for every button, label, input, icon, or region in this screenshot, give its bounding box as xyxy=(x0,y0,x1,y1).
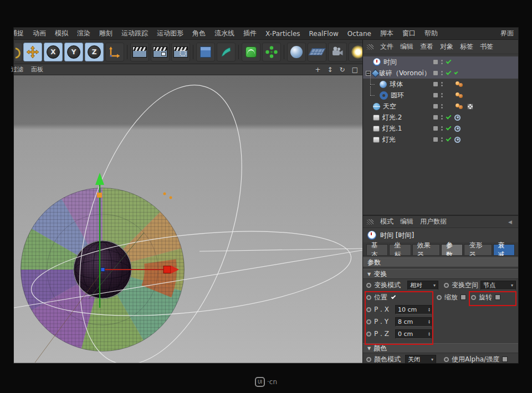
menu-item-motion-tracker[interactable]: 运动跟踪 xyxy=(121,29,148,38)
enabled-check-icon[interactable] xyxy=(446,70,452,75)
visibility-dots[interactable] xyxy=(441,115,443,120)
visibility-dots[interactable] xyxy=(441,60,443,64)
menu-item-window[interactable]: 窗口 xyxy=(402,29,416,38)
object-row-torus[interactable]: 圆环 xyxy=(363,90,518,101)
pz-input[interactable]: 0 cm ▴▾ xyxy=(395,329,432,339)
object-row-voronoi[interactable]: − 破碎（Voronoi） xyxy=(363,68,518,79)
tab-parameter[interactable]: 参数 xyxy=(441,244,463,255)
move-tool-button[interactable] xyxy=(23,43,42,61)
keyframe-circle[interactable] xyxy=(437,295,442,300)
menu-item-pipeline[interactable]: 流水线 xyxy=(214,29,234,38)
position-checked-icon[interactable] xyxy=(391,294,396,299)
cloner-button[interactable] xyxy=(262,43,281,61)
floor-button[interactable] xyxy=(308,43,326,61)
object-row-light[interactable]: 灯光 xyxy=(363,134,518,145)
subdivision-surface-button[interactable] xyxy=(242,43,260,61)
panel-grip-icon[interactable] xyxy=(367,219,374,225)
enabled-check-icon[interactable] xyxy=(454,70,458,74)
layer-color-box[interactable] xyxy=(433,137,438,142)
visibility-dots[interactable] xyxy=(441,104,443,108)
menu-item-mograph[interactable]: 运动图形 xyxy=(157,29,183,38)
layer-color-box[interactable] xyxy=(433,104,438,108)
light-button[interactable] xyxy=(349,43,362,61)
target-tag-icon[interactable] xyxy=(454,137,461,143)
transform-mode-dropdown[interactable]: 相对 ▾ xyxy=(407,281,438,290)
menu-item-sculpt[interactable]: 雕刻 xyxy=(99,29,112,38)
keyframe-circle[interactable] xyxy=(444,283,449,288)
menu-item-script[interactable]: 脚本 xyxy=(380,29,393,38)
object-row-time[interactable]: 时间 xyxy=(363,56,518,68)
enabled-check-icon[interactable] xyxy=(446,59,452,64)
menu-item-animation[interactable]: 动画 xyxy=(33,29,46,38)
object-row-light1[interactable]: 灯光.1 xyxy=(363,123,518,134)
section-color[interactable]: ▼ 颜色 xyxy=(363,343,518,353)
am-menu-userdata[interactable]: 用户数据 xyxy=(420,217,447,226)
camera-button[interactable] xyxy=(328,43,347,61)
tab-effector[interactable]: 效果器 xyxy=(412,244,440,255)
menu-item-plugins[interactable]: 插件 xyxy=(243,29,257,38)
keyframe-circle[interactable] xyxy=(366,332,371,337)
material-tag-icon[interactable] xyxy=(456,104,464,110)
keyframe-circle[interactable] xyxy=(471,295,476,300)
spinner-down-icon[interactable]: ▾ xyxy=(428,309,430,312)
om-menu-tags[interactable]: 标签 xyxy=(460,42,473,51)
transform-space-dropdown[interactable]: 节点 ▾ xyxy=(480,281,516,290)
undo-icon[interactable] xyxy=(15,43,22,61)
visibility-dots[interactable] xyxy=(441,71,443,75)
enabled-check-icon[interactable] xyxy=(446,136,452,142)
material-tag-icon[interactable] xyxy=(456,81,464,87)
z-axis-lock-button[interactable]: Z xyxy=(85,43,104,61)
material-tag-icon[interactable] xyxy=(456,92,464,99)
keyframe-circle[interactable] xyxy=(366,295,371,300)
om-menu-file[interactable]: 文件 xyxy=(380,42,393,51)
tab-deformer[interactable]: 变形器 xyxy=(464,244,492,255)
menu-item-xparticles[interactable]: X-Particles xyxy=(265,30,300,38)
viewport-menu-filter[interactable]: 过滤 xyxy=(11,65,23,74)
pen-spline-button[interactable] xyxy=(217,43,236,61)
spinner-down-icon[interactable]: ▾ xyxy=(428,334,430,337)
render-settings-button[interactable] xyxy=(171,43,190,61)
visibility-dots[interactable] xyxy=(441,82,443,86)
layer-color-box[interactable] xyxy=(433,71,438,75)
sky-texture-tag-icon[interactable] xyxy=(467,104,473,110)
axis-scale-handle[interactable] xyxy=(97,193,102,198)
layer-color-box[interactable] xyxy=(433,60,438,64)
visibility-dots[interactable] xyxy=(441,93,443,97)
metaball-button[interactable] xyxy=(287,43,306,61)
layer-color-box[interactable] xyxy=(433,82,438,86)
keyframe-circle[interactable] xyxy=(366,283,371,288)
enabled-check-icon[interactable] xyxy=(446,125,452,131)
menu-item-help[interactable]: 帮助 xyxy=(424,29,438,38)
om-menu-bookmarks[interactable]: 书签 xyxy=(480,42,493,51)
target-tag-icon[interactable] xyxy=(454,115,461,121)
menu-item-octane[interactable]: Octane xyxy=(347,30,371,38)
om-menu-edit[interactable]: 编辑 xyxy=(400,42,413,51)
enabled-check-icon[interactable] xyxy=(446,114,452,120)
layer-color-box[interactable] xyxy=(433,93,438,97)
tab-falloff[interactable]: 衰减 xyxy=(493,244,515,255)
tab-coordinates[interactable]: 坐标 xyxy=(389,244,411,255)
layer-color-box[interactable] xyxy=(433,115,438,120)
object-row-sphere[interactable]: 球体 xyxy=(363,79,518,90)
target-tag-icon[interactable] xyxy=(454,126,461,132)
object-row-light2[interactable]: 灯光.2 xyxy=(363,112,518,123)
viewport-scene[interactable] xyxy=(14,75,362,363)
alpha-checkbox[interactable] xyxy=(502,356,508,362)
viewport-pan-icon[interactable]: + xyxy=(315,66,320,74)
menu-item-realflow[interactable]: RealFlow xyxy=(309,30,339,38)
visibility-dots[interactable] xyxy=(441,137,443,142)
keyframe-circle[interactable] xyxy=(366,357,371,362)
viewport-rotate-icon[interactable]: ↻ xyxy=(340,66,345,74)
am-menu-mode[interactable]: 模式 xyxy=(380,217,393,226)
layer-color-box[interactable] xyxy=(433,126,438,131)
viewport-menu-panel[interactable]: 面板 xyxy=(31,65,43,74)
viewport-maximize-icon[interactable]: □ xyxy=(352,66,358,74)
menu-item-simulate[interactable]: 模拟 xyxy=(55,29,68,38)
section-transform[interactable]: ▼ 变换 xyxy=(363,269,518,279)
x-axis-lock-button[interactable]: X xyxy=(44,43,63,61)
render-view-button[interactable] xyxy=(130,43,149,61)
scale-checkbox[interactable] xyxy=(461,294,466,300)
px-input[interactable]: 10 cm ▴▾ xyxy=(395,305,432,314)
py-input[interactable]: 8 cm ▴▾ xyxy=(395,317,432,327)
menu-item-character[interactable]: 角色 xyxy=(192,29,206,38)
